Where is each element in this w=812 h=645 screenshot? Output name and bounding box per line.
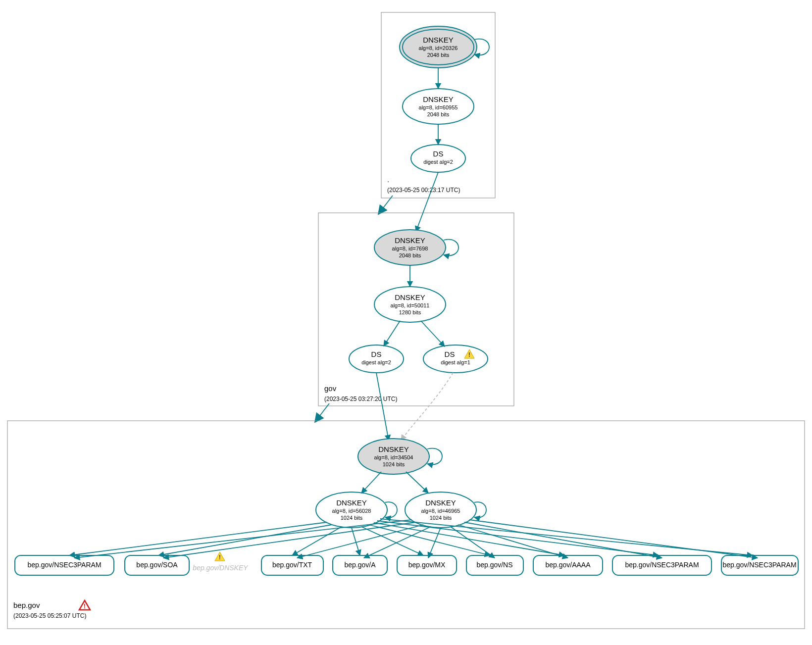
svg-text:DS: DS — [371, 350, 382, 358]
svg-text:bep.gov/NSEC3PARAM: bep.gov/NSEC3PARAM — [625, 561, 699, 569]
svg-text:DS: DS — [445, 350, 455, 358]
zone-name-bep: bep.gov — [13, 601, 40, 609]
edge-govzsk-govds2 — [421, 321, 445, 347]
svg-text:DNSKEY: DNSKEY — [423, 36, 454, 44]
svg-text:bep.gov/NS: bep.gov/NS — [476, 561, 512, 569]
svg-text:1024 bits: 1024 bits — [383, 461, 405, 467]
zone-name-root: . — [387, 175, 389, 184]
zone-ts-root: (2023-05-25 00:23:17 UTC) — [387, 187, 460, 194]
rrset-r6: bep.gov/AAAA — [533, 555, 603, 575]
rrset-r0: bep.gov/NSEC3PARAM — [15, 555, 114, 575]
zone-ts-gov: (2023-05-25 03:27:20 UTC) — [324, 396, 397, 402]
svg-text:!: ! — [468, 351, 470, 358]
svg-text:DNSKEY: DNSKEY — [425, 498, 456, 507]
svg-text:alg=8, id=46965: alg=8, id=46965 — [421, 508, 460, 514]
svg-text:alg=8, id=60955: alg=8, id=60955 — [419, 104, 458, 110]
node-gov-ds2: DS digest alg=1 ! — [423, 345, 488, 373]
node-root-ksk: DNSKEY alg=8, id=20326 2048 bits — [400, 26, 489, 68]
node-bep-dnskey-faded: ! bep.gov/DNSKEY — [193, 552, 249, 572]
edge-bepksk-zsk2 — [406, 472, 428, 493]
svg-text:bep.gov/MX: bep.gov/MX — [408, 561, 446, 569]
svg-text:alg=8, id=7698: alg=8, id=7698 — [392, 246, 428, 251]
rrset-r5: bep.gov/NS — [466, 555, 523, 575]
svg-text:!: ! — [219, 553, 221, 561]
edge-govzsk-govds1 — [384, 321, 400, 346]
svg-text:1024 bits: 1024 bits — [430, 515, 452, 521]
svg-text:bep.gov/DNSKEY: bep.gov/DNSKEY — [193, 564, 249, 572]
svg-text:bep.gov/SOA: bep.gov/SOA — [136, 561, 178, 569]
node-gov-ds1: DS digest alg=2 — [349, 345, 404, 373]
svg-text:!: ! — [84, 602, 86, 610]
node-bep-zsk1: DNSKEY alg=8, id=56028 1024 bits — [316, 492, 397, 528]
rrset-r4: bep.gov/MX — [397, 555, 457, 575]
zone-ts-bep: (2023-05-25 05:25:07 UTC) — [13, 612, 86, 619]
svg-text:DNSKEY: DNSKEY — [395, 236, 425, 245]
svg-text:digest alg=2: digest alg=2 — [423, 159, 453, 165]
svg-text:alg=8, id=56028: alg=8, id=56028 — [332, 508, 371, 514]
error-icon: ! — [79, 600, 90, 610]
rrset-r7: bep.gov/NSEC3PARAM — [612, 555, 711, 575]
node-gov-ksk: DNSKEY alg=8, id=7698 2048 bits — [374, 230, 458, 265]
rrset-r3: bep.gov/A — [333, 555, 387, 575]
svg-text:alg=8, id=50011: alg=8, id=50011 — [391, 302, 430, 308]
svg-text:digest alg=1: digest alg=1 — [441, 359, 470, 365]
svg-text:DS: DS — [433, 149, 444, 158]
svg-text:alg=8, id=34504: alg=8, id=34504 — [374, 454, 413, 460]
svg-text:bep.gov/A: bep.gov/A — [344, 561, 376, 569]
svg-text:DNSKEY: DNSKEY — [378, 445, 409, 453]
svg-text:1280 bits: 1280 bits — [399, 309, 421, 315]
node-root-zsk: DNSKEY alg=8, id=60955 2048 bits — [403, 89, 474, 124]
svg-text:bep.gov/NSEC3PARAM: bep.gov/NSEC3PARAM — [27, 561, 101, 569]
svg-text:2048 bits: 2048 bits — [427, 52, 450, 58]
svg-text:2048 bits: 2048 bits — [399, 252, 421, 258]
svg-text:bep.gov/AAAA: bep.gov/AAAA — [545, 561, 591, 569]
edge-govds2-bepksk — [401, 373, 453, 441]
edge-govds1-bepksk — [376, 373, 389, 441]
node-bep-ksk: DNSKEY alg=8, id=34504 1024 bits — [358, 439, 442, 474]
svg-text:bep.gov/NSEC3PARAM: bep.gov/NSEC3PARAM — [722, 561, 796, 569]
svg-text:DNSKEY: DNSKEY — [336, 498, 367, 507]
svg-text:DNSKEY: DNSKEY — [423, 95, 454, 103]
rrset-r8: bep.gov/NSEC3PARAM — [721, 555, 798, 575]
node-root-ds: DS digest alg=2 — [411, 145, 465, 172]
edges-zsk1 — [69, 519, 753, 555]
rrset-r2: bep.gov/TXT — [261, 555, 323, 575]
svg-text:2048 bits: 2048 bits — [427, 111, 450, 117]
svg-text:1024 bits: 1024 bits — [341, 515, 363, 521]
svg-text:bep.gov/TXT: bep.gov/TXT — [272, 561, 312, 569]
node-gov-zsk: DNSKEY alg=8, id=50011 1280 bits — [374, 287, 446, 322]
zone-name-gov: gov — [324, 384, 337, 393]
rrset-r1: bep.gov/SOA — [125, 555, 189, 575]
svg-text:alg=8, id=20326: alg=8, id=20326 — [419, 45, 458, 51]
svg-text:digest alg=2: digest alg=2 — [361, 359, 391, 365]
svg-text:DNSKEY: DNSKEY — [395, 293, 425, 301]
edge-rootds-govksk — [416, 172, 438, 232]
edge-bepksk-zsk1 — [361, 472, 381, 493]
